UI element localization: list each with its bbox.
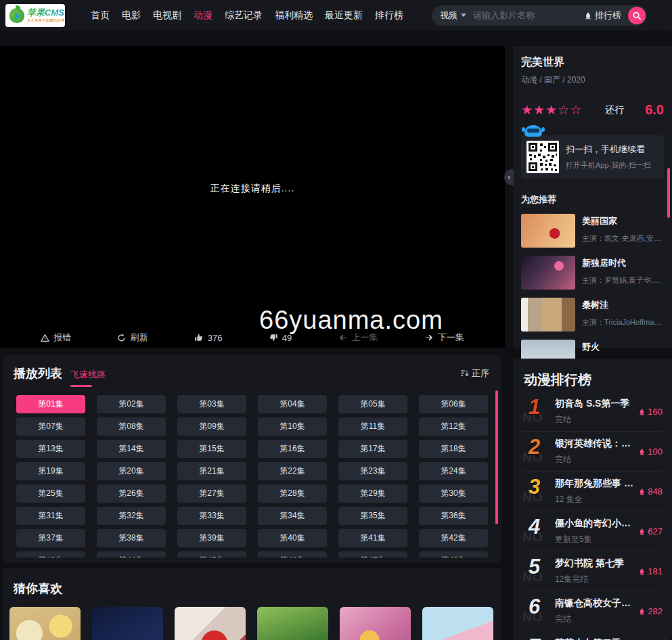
ranking-item[interactable]: NO5 梦幻书院 第七季12集完结 181 <box>522 551 663 591</box>
recommend-scrollbar[interactable] <box>667 168 670 218</box>
refresh-button[interactable]: 刷新 <box>117 332 148 344</box>
episode-button[interactable]: 第28集 <box>258 484 327 503</box>
episode-button[interactable]: 第48集 <box>419 551 488 557</box>
episode-button[interactable]: 第16集 <box>258 440 327 458</box>
nav-item-movies[interactable]: 电影 <box>122 9 141 22</box>
rating-score: 6.0 <box>645 102 664 118</box>
episode-button[interactable]: 第08集 <box>97 417 166 436</box>
recommend-item[interactable]: 新独居时代 主演：罗慧娟,黄子华,甄楚倩... <box>521 256 664 290</box>
ranking-item[interactable]: NO1 初音岛 S.S第一季完结 160 <box>522 392 663 432</box>
poster-thumbnail[interactable] <box>175 607 246 640</box>
search-hot-ranking-link[interactable]: 排行榜 <box>584 9 621 22</box>
dislike-button[interactable]: 49 <box>269 333 292 343</box>
header-actions: 历史 登录 换肤 <box>669 3 672 28</box>
episode-button[interactable]: 第45集 <box>177 551 246 557</box>
episode-button[interactable]: 第19集 <box>16 462 85 480</box>
ranking-item[interactable]: NO3 那年那兔那些事 第二...12 集全 848 <box>522 472 663 511</box>
episode-button[interactable]: 第04集 <box>258 395 327 413</box>
episode-button[interactable]: 第27集 <box>177 484 246 503</box>
nav-item-welfare[interactable]: 福利精选 <box>275 9 313 22</box>
recommend-item[interactable]: 桑树洼 主演：TriciaJoHoffman,Ba... <box>521 298 664 332</box>
episode-button[interactable]: 第35集 <box>338 507 407 525</box>
search-bar: 视频 排行榜 <box>432 5 647 26</box>
episode-button[interactable]: 第46集 <box>258 551 327 557</box>
episode-button[interactable]: 第39集 <box>177 529 246 547</box>
episode-button[interactable]: 第14集 <box>97 440 166 458</box>
player-status-text: 正在连接请稍后.... <box>0 183 505 195</box>
site-logo[interactable]: 苹果CMS 永久免费全能建站程序 <box>5 4 65 27</box>
episode-button[interactable]: 第24集 <box>419 462 488 480</box>
like-button[interactable]: 376 <box>194 333 223 343</box>
video-player[interactable]: 正在连接请稍后.... 66yuanma.com 报错 刷新 376 49 上一… <box>0 46 505 348</box>
nav-item-anime[interactable]: 动漫 <box>194 9 212 22</box>
report-error-button[interactable]: 报错 <box>41 332 71 344</box>
collapse-sidebar-tab[interactable]: › <box>504 169 514 185</box>
episode-button[interactable]: 第05集 <box>338 395 407 413</box>
sort-order-button[interactable]: 正序 <box>460 367 489 380</box>
next-episode-button[interactable]: 下一集 <box>424 332 464 344</box>
poster-thumbnail[interactable] <box>257 607 328 640</box>
search-input[interactable] <box>473 10 584 20</box>
poster-thumbnail[interactable] <box>92 607 163 640</box>
episode-button[interactable]: 第06集 <box>419 395 488 413</box>
ranking-title: 南镰仓高校女子自行... <box>555 597 634 610</box>
prev-episode-button[interactable]: 上一集 <box>338 332 378 344</box>
nav-item-tv[interactable]: 电视剧 <box>153 9 181 22</box>
nav-item-recent[interactable]: 最近更新 <box>325 9 363 22</box>
episode-button[interactable]: 第23集 <box>338 462 407 480</box>
episode-button[interactable]: 第02集 <box>97 395 166 413</box>
nav-item-ranking[interactable]: 排行榜 <box>375 9 403 22</box>
recommend-item[interactable]: 美丽国家 主演：凯文·史派西,安妮特·... <box>521 214 664 248</box>
episode-button[interactable]: 第32集 <box>97 507 166 525</box>
episode-button[interactable]: 第38集 <box>97 529 166 547</box>
episode-button[interactable]: 第21集 <box>177 462 246 480</box>
poster-thumbnail[interactable] <box>422 607 493 640</box>
episode-button[interactable]: 第26集 <box>97 484 166 503</box>
episode-button[interactable]: 第29集 <box>338 484 407 503</box>
ranking-item[interactable]: NO6 南镰仓高校女子自行...完结 282 <box>522 591 663 631</box>
nav-item-variety[interactable]: 综艺记录 <box>225 9 263 22</box>
search-button[interactable] <box>628 7 646 24</box>
poster-thumbnail[interactable] <box>340 607 411 640</box>
episode-button[interactable]: 第42集 <box>419 529 488 547</box>
episode-button[interactable]: 第33集 <box>177 507 246 525</box>
ranking-title: 菲梦少女第二季 <box>555 637 634 640</box>
episode-button[interactable]: 第34集 <box>258 507 327 525</box>
episode-button[interactable]: 第13集 <box>16 440 85 458</box>
nav-item-home[interactable]: 首页 <box>91 9 110 22</box>
episode-button[interactable]: 第37集 <box>16 529 85 547</box>
episode-button[interactable]: 第41集 <box>338 529 407 547</box>
playlist-line-tab[interactable]: 飞速线路 <box>70 369 106 381</box>
qr-caption: 扫一扫，手机继续看 <box>566 143 651 156</box>
episode-button[interactable]: 第12集 <box>419 417 488 436</box>
recommend-title: 野火 <box>582 341 664 353</box>
episode-button[interactable]: 第03集 <box>177 395 246 413</box>
episode-button[interactable]: 第36集 <box>419 507 488 525</box>
playlist-scrollbar[interactable] <box>495 390 498 524</box>
episode-button[interactable]: 第25集 <box>16 484 85 503</box>
search-category-dropdown[interactable]: 视频 <box>440 9 466 22</box>
episode-button[interactable]: 第01集 <box>16 395 85 413</box>
episode-button[interactable]: 第47集 <box>338 551 407 557</box>
poster-thumbnail[interactable] <box>9 607 81 640</box>
episode-button[interactable]: 第31集 <box>16 507 85 525</box>
ranking-item[interactable]: NO2 银河英雄传说：全新...完结 100 <box>522 432 663 472</box>
episode-button[interactable]: 第07集 <box>16 417 85 436</box>
star-rating[interactable]: ★★★☆☆ <box>521 102 582 118</box>
episode-button[interactable]: 第44集 <box>97 551 166 557</box>
episode-button[interactable]: 第43集 <box>16 551 85 557</box>
ranking-item[interactable]: NO7 菲梦少女第二季完结 623 <box>522 631 663 640</box>
episode-button[interactable]: 第17集 <box>338 440 407 458</box>
episode-button[interactable]: 第15集 <box>177 440 246 458</box>
episode-button[interactable]: 第11集 <box>338 417 407 436</box>
ranking-title: 梦幻书院 第七季 <box>555 557 634 570</box>
ranking-item[interactable]: NO4 僵小鱼的奇幻小森林更新至5集 627 <box>522 511 663 551</box>
episode-button[interactable]: 第22集 <box>258 462 327 480</box>
episode-button[interactable]: 第20集 <box>97 462 166 480</box>
history-button[interactable]: 历史 <box>669 3 672 28</box>
episode-button[interactable]: 第10集 <box>258 417 327 436</box>
episode-button[interactable]: 第18集 <box>419 440 488 458</box>
episode-button[interactable]: 第30集 <box>419 484 488 503</box>
episode-button[interactable]: 第09集 <box>177 417 246 436</box>
episode-button[interactable]: 第40集 <box>258 529 327 547</box>
